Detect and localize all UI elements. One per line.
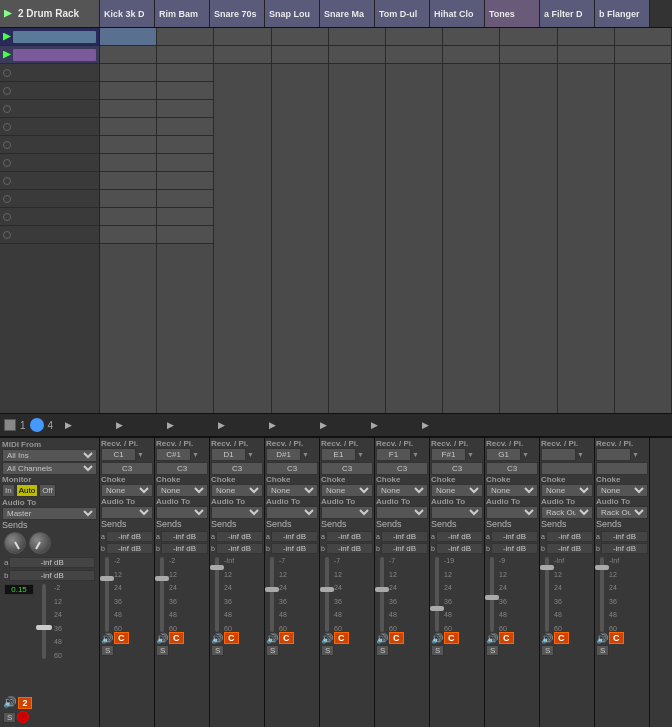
track-header-tones[interactable]: Tones: [485, 0, 540, 27]
track-header-snarema[interactable]: Snare Ma: [320, 0, 375, 27]
transport-arrow-7[interactable]: ▶: [422, 420, 429, 430]
send-knob-a[interactable]: [4, 532, 26, 554]
monitor-auto-btn[interactable]: Auto: [16, 484, 38, 497]
ch7-audio-to[interactable]: [486, 506, 538, 519]
transport-arrow-4[interactable]: ▶: [269, 420, 276, 430]
track-cell-1-4[interactable]: [157, 100, 213, 118]
ch6-choke-select[interactable]: None: [431, 484, 483, 497]
track-cell-3-0[interactable]: [272, 28, 328, 46]
track-cell-1-5[interactable]: [157, 118, 213, 136]
ch8-fader-rail[interactable]: [545, 557, 549, 632]
ch5-solo[interactable]: S: [376, 645, 389, 656]
ch2-fader-thumb[interactable]: [210, 565, 224, 570]
ch8-audio-to[interactable]: Rack Ou: [541, 506, 593, 519]
master-rec-btn[interactable]: [17, 711, 29, 723]
clip-slot-4[interactable]: [0, 100, 99, 118]
ch0-audio-to-select[interactable]: [101, 506, 153, 519]
ch7-fader-rail[interactable]: [490, 557, 494, 632]
ch5-audio-to[interactable]: [376, 506, 428, 519]
track-header-tomdul[interactable]: Tom D-ul: [375, 0, 430, 27]
track-cell-0-3[interactable]: [100, 82, 156, 100]
transport-arrow-6[interactable]: ▶: [371, 420, 378, 430]
track-cell-0-6[interactable]: [100, 136, 156, 154]
transport-arrow-5[interactable]: ▶: [320, 420, 327, 430]
track-cell-9-1[interactable]: [615, 46, 671, 64]
track-cell-2-0[interactable]: [214, 28, 270, 46]
ch3-fader-rail[interactable]: [270, 557, 274, 632]
ch4-solo[interactable]: S: [321, 645, 334, 656]
transport-arrow-3[interactable]: ▶: [218, 420, 225, 430]
ch1-audio-to[interactable]: [156, 506, 208, 519]
track-cell-5-0[interactable]: [386, 28, 442, 46]
track-cell-6-0[interactable]: [443, 28, 499, 46]
stop-button[interactable]: [4, 419, 16, 431]
track-cell-2-1[interactable]: [214, 46, 270, 64]
transport-arrow-0[interactable]: ▶: [65, 420, 72, 430]
ch6-solo[interactable]: S: [431, 645, 444, 656]
track-cell-3-1[interactable]: [272, 46, 328, 64]
ch5-fader-thumb[interactable]: [375, 587, 389, 592]
ch9-fader-thumb[interactable]: [595, 565, 609, 570]
ch7-fader-thumb[interactable]: [485, 595, 499, 600]
audio-to-select-master[interactable]: Master: [2, 507, 97, 520]
track-header-snare70[interactable]: Snare 70s: [210, 0, 265, 27]
monitor-in-btn[interactable]: In: [2, 484, 15, 497]
clip-slot-11[interactable]: [0, 226, 99, 244]
track-cell-1-2[interactable]: [157, 64, 213, 82]
ch0-fader-rail[interactable]: [105, 557, 109, 632]
ch2-audio-to[interactable]: [211, 506, 263, 519]
clip-slot-0[interactable]: [0, 28, 99, 46]
clip-slot-7[interactable]: [0, 154, 99, 172]
track-cell-1-1[interactable]: [157, 46, 213, 64]
ch0-choke-select[interactable]: None: [101, 484, 153, 497]
ch3-solo[interactable]: S: [266, 645, 279, 656]
clip-slot-5[interactable]: [0, 118, 99, 136]
drum-rack-title[interactable]: 2 Drum Rack: [0, 0, 100, 27]
track-cell-1-11[interactable]: [157, 226, 213, 244]
ch9-solo[interactable]: S: [596, 645, 609, 656]
ch6-audio-to[interactable]: [431, 506, 483, 519]
ch7-solo[interactable]: S: [486, 645, 499, 656]
track-cell-1-7[interactable]: [157, 154, 213, 172]
track-cell-0-0[interactable]: [100, 28, 156, 46]
track-cell-8-0[interactable]: [558, 28, 614, 46]
ch4-audio-to[interactable]: [321, 506, 373, 519]
track-cell-7-1[interactable]: [500, 46, 556, 64]
ch4-choke-select[interactable]: None: [321, 484, 373, 497]
track-cell-0-10[interactable]: [100, 208, 156, 226]
ch6-fader-rail[interactable]: [435, 557, 439, 632]
track-header-snaplou[interactable]: Snap Lou: [265, 0, 320, 27]
track-cell-1-6[interactable]: [157, 136, 213, 154]
ch2-fader-rail[interactable]: [215, 557, 219, 632]
ch4-fader-thumb[interactable]: [320, 587, 334, 592]
track-cell-0-8[interactable]: [100, 172, 156, 190]
track-cell-0-4[interactable]: [100, 100, 156, 118]
ch9-choke-select[interactable]: None: [596, 484, 648, 497]
ch8-solo[interactable]: S: [541, 645, 554, 656]
ch3-fader-thumb[interactable]: [265, 587, 279, 592]
ch5-choke-select[interactable]: None: [376, 484, 428, 497]
ch2-solo[interactable]: S: [211, 645, 224, 656]
track-header-hihatclo[interactable]: Hihat Clo: [430, 0, 485, 27]
ch8-choke-select[interactable]: None: [541, 484, 593, 497]
track-cell-4-0[interactable]: [329, 28, 385, 46]
track-cell-1-0[interactable]: [157, 28, 213, 46]
ch2-choke-select[interactable]: None: [211, 484, 263, 497]
midi-from-select[interactable]: All Ins: [2, 449, 97, 462]
send-knob-b[interactable]: [29, 532, 51, 554]
clip-slot-6[interactable]: [0, 136, 99, 154]
ch4-fader-rail[interactable]: [325, 557, 329, 632]
clip-slot-2[interactable]: [0, 64, 99, 82]
clip-slot-9[interactable]: [0, 190, 99, 208]
track-cell-1-3[interactable]: [157, 82, 213, 100]
ch1-fader-rail[interactable]: [160, 557, 164, 632]
clip-slot-1[interactable]: [0, 46, 99, 64]
ch3-choke-select[interactable]: None: [266, 484, 318, 497]
track-cell-1-10[interactable]: [157, 208, 213, 226]
track-cell-0-2[interactable]: [100, 64, 156, 82]
ch5-fader-rail[interactable]: [380, 557, 384, 632]
ch9-fader-rail[interactable]: [600, 557, 604, 632]
track-cell-1-8[interactable]: [157, 172, 213, 190]
ch0-fader-thumb[interactable]: [100, 576, 114, 581]
clip-slot-3[interactable]: [0, 82, 99, 100]
